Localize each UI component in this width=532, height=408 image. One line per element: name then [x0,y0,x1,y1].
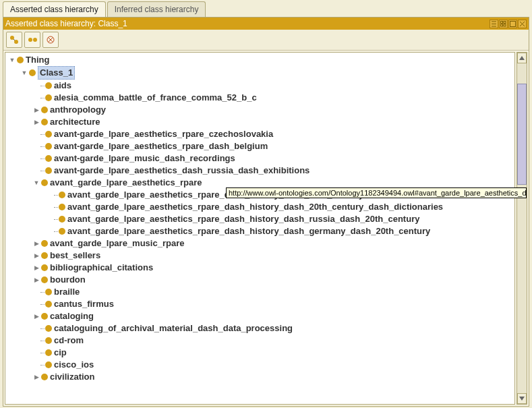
collapse-icon[interactable]: ▼ [20,67,28,79]
svg-rect-4 [510,21,516,26]
tree-node[interactable]: avant_garde_lpare_aesthetics_rpare_dash_… [5,201,514,213]
tree-node[interactable]: ▶ avant_garde_lpare_music_rpare [5,237,514,250]
tree-node[interactable]: cisco_ios [5,359,514,371]
class-tree[interactable]: ▼ Thing ▼ Class_1 aids alesia_comma_batt… [5,52,515,405]
tab-asserted[interactable]: Asserted class hierarchy [3,1,106,17]
scroll-thumb[interactable] [517,84,527,185]
expand-icon[interactable]: ▶ [32,310,40,322]
tree-node[interactable]: avant_garde_lpare_aesthetics_rpare_dash_… [5,225,514,237]
collapse-icon[interactable]: ▼ [8,54,16,66]
tree-node[interactable]: cd-rom [5,334,514,347]
panel-icon-grid[interactable] [499,20,508,28]
tree-node[interactable]: avant-garde_lpare_aesthetics_rpare_czech… [5,128,514,140]
hierarchy-panel: Asserted class hierarchy: Class_1 ▼ Thin… [3,17,529,407]
class-icon [17,57,24,63]
class-icon [45,301,52,308]
node-label: avant-garde_lpare_music_dash_recordings [54,152,235,165]
uri-tooltip: http://www.owl-ontologies.com/Ontology11… [226,187,527,198]
node-label: avant_garde_lpare_aesthetics_rpare_dash_… [67,213,419,225]
expand-icon[interactable]: ▶ [32,371,40,383]
scroll-track[interactable] [517,63,527,393]
vertical-scrollbar[interactable] [516,52,527,405]
tree-node[interactable]: braille [5,286,514,298]
tree-node[interactable]: cantus_firmus [5,298,514,310]
tree-node-class1[interactable]: ▼ Class_1 [5,66,514,80]
class-icon [41,179,48,186]
tree-node[interactable]: ▶ architecture [5,116,514,128]
class-icon [45,361,52,368]
tree-node[interactable]: ▶ anthropology [5,104,514,116]
panel-icon-window[interactable] [508,20,517,28]
node-label: cantus_firmus [54,298,114,310]
node-label: avant-garde_lpare_aesthetics_dash_russia… [54,165,309,177]
panel-icon-close[interactable] [518,20,527,28]
node-label: Class_1 [40,67,73,78]
node-label: best_sellers [50,250,100,262]
add-subclass-button[interactable] [6,32,22,48]
expand-icon[interactable]: ▶ [32,237,40,250]
tree-node[interactable]: ▶ cataloging [5,310,514,322]
panel-title-bar: Asserted class hierarchy: Class_1 [3,18,529,30]
class-icon [45,131,52,138]
class-icon [41,119,48,125]
tree-node[interactable]: ▶ bourdon [5,274,514,286]
expand-icon[interactable]: ▶ [32,274,40,286]
expand-icon[interactable]: ▶ [32,104,40,116]
scroll-down-button[interactable] [517,393,527,404]
class-icon [45,82,52,89]
tab-bar: Asserted class hierarchy Inferred class … [0,0,532,17]
tree-node[interactable]: avant_garde_lpare_aesthetics_rpare_dash_… [5,213,514,225]
tree-node[interactable]: ▶ best_sellers [5,250,514,262]
class-icon [45,143,52,150]
tree-node[interactable]: alesia_comma_battle_of_france_comma_52_b… [5,92,514,104]
expand-icon[interactable]: ▶ [32,250,40,262]
class-icon [41,107,48,113]
node-label: braille [54,286,80,298]
class-icon [45,167,52,174]
svg-rect-2 [501,24,503,26]
svg-rect-1 [504,21,506,23]
svg-point-8 [33,38,37,42]
node-label: avant_garde_lpare_aesthetics_rpare_dash_… [67,225,430,237]
node-label: architecture [50,116,100,128]
tree-node[interactable]: aids [5,80,514,92]
class-icon [45,94,52,101]
tree-node[interactable]: ▶ civilization [5,371,514,383]
node-label: bibliographical_citations [50,262,153,274]
class-icon [41,374,48,380]
node-label: cip [54,347,67,359]
node-label: bourdon [50,274,86,286]
svg-rect-0 [501,21,503,23]
tree-node[interactable]: cataloguing_of_archival_material_dash_da… [5,322,514,334]
node-label: Thing [26,54,49,66]
node-label: avant_garde_lpare_aesthetics_rpare [50,177,202,189]
node-label: cisco_ios [54,359,94,371]
expand-icon[interactable]: ▶ [32,262,40,274]
tree-node-thing[interactable]: ▼ Thing [5,54,514,66]
panel-title: Asserted class hierarchy: Class_1 [5,19,489,28]
node-label: anthropology [50,104,106,116]
node-label: cataloging [50,310,94,322]
node-label: cd-rom [54,334,84,347]
tab-inferred[interactable]: Inferred class hierarchy [107,1,206,17]
svg-point-7 [28,38,32,42]
tree-node[interactable]: cip [5,347,514,359]
add-sibling-button[interactable] [24,32,40,48]
class-icon [41,252,48,259]
tree-node[interactable]: avant-garde_lpare_aesthetics_rpare_dash_… [5,140,514,152]
node-label: avant-garde_lpare_aesthetics_rpare_dash_… [54,140,268,152]
class-icon [59,216,65,223]
class-icon [45,289,52,295]
class-icon [41,240,48,247]
tree-node[interactable]: avant-garde_lpare_music_dash_recordings [5,152,514,165]
delete-class-button[interactable] [42,32,59,48]
node-label: civilization [50,371,94,383]
panel-icon-list[interactable] [490,20,498,28]
scroll-up-button[interactable] [517,53,527,63]
tree-node[interactable]: ▶ bibliographical_citations [5,262,514,274]
tree-node[interactable]: avant-garde_lpare_aesthetics_dash_russia… [5,165,514,177]
class-icon [29,69,36,76]
node-label: cataloguing_of_archival_material_dash_da… [54,322,293,334]
expand-icon[interactable]: ▶ [32,116,40,128]
collapse-icon[interactable]: ▼ [32,177,40,189]
